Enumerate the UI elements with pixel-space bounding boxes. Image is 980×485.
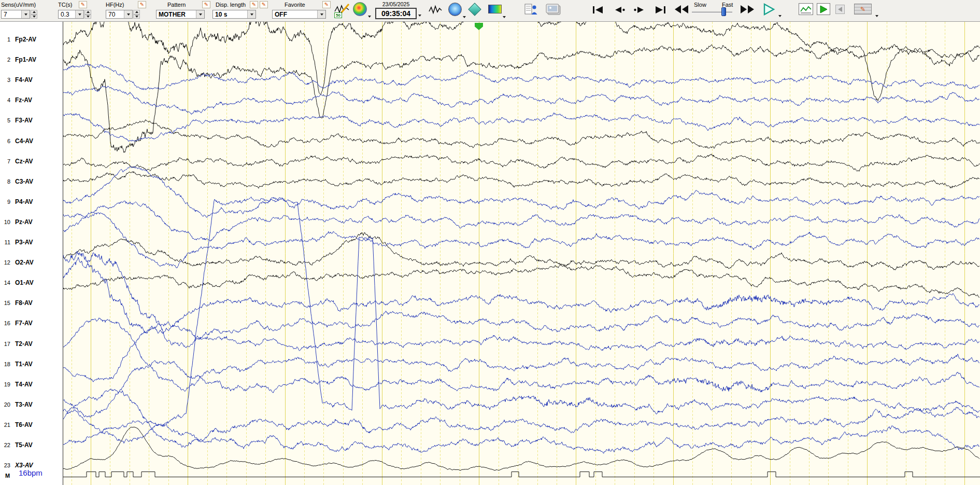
channel-row-T5-AV[interactable]: 22T5-AV: [0, 440, 33, 449]
channel-row-F4-AV[interactable]: 3F4-AV: [0, 75, 33, 84]
disp-edit-pencil-icon[interactable]: ✎: [250, 1, 258, 8]
step-back-button[interactable]: [613, 5, 626, 17]
tc-spin-up-icon[interactable]: [84, 10, 91, 15]
brain-map-button[interactable]: [448, 3, 462, 16]
channel-row-C3-AV[interactable]: 8C3-AV: [0, 177, 33, 185]
channel-row-F3-AV[interactable]: 5F3-AV: [0, 116, 33, 124]
datetime-dropdown-arrow[interactable]: [418, 15, 421, 17]
channel-label: T1-AV: [15, 361, 33, 368]
pattern-edit-pencil-icon[interactable]: ✎: [202, 1, 210, 8]
channel-row-T3-AV[interactable]: 20T3-AV: [0, 400, 33, 408]
channel-row-T6-AV[interactable]: 21T6-AV: [0, 420, 33, 428]
favorite-dropdown[interactable]: OFF: [272, 10, 326, 19]
colormap-trend-button[interactable]: [488, 5, 502, 13]
pattern-dropdown[interactable]: MOTHER: [156, 10, 205, 19]
play-button[interactable]: [762, 3, 776, 18]
tc-label: TC(s): [58, 2, 73, 8]
step-forward-button[interactable]: [633, 5, 646, 17]
channel-number: 20: [0, 400, 10, 409]
fast-forward-button[interactable]: [740, 4, 755, 17]
notch-50hz-badge[interactable]: 50: [334, 12, 342, 18]
favorite-edit-pencil-icon[interactable]: ✎: [322, 1, 331, 8]
sens-dropdown-arrow[interactable]: [21, 10, 30, 18]
hf-dropdown[interactable]: 70: [106, 10, 133, 19]
channel-row-Pz-AV[interactable]: 10Pz-AV: [0, 217, 33, 226]
channel-row-Fp1-AV[interactable]: 2Fp1-AV: [0, 55, 36, 63]
channel-label: Fp2-AV: [15, 36, 36, 43]
favorite-dropdown-arrow[interactable]: [317, 10, 325, 18]
disp-length-dropdown[interactable]: 10 s: [212, 10, 256, 19]
tc-dropdown[interactable]: 0.3: [58, 10, 84, 19]
rewind-button[interactable]: [674, 4, 689, 17]
channel-row-Fz-AV[interactable]: 4Fz-AV: [0, 95, 32, 104]
hf-spinner[interactable]: [133, 10, 140, 19]
disp-length-dropdown-arrow[interactable]: [247, 10, 255, 18]
tc-spin-down-icon[interactable]: [84, 15, 91, 19]
colormap-dropdown-arrow[interactable]: [503, 16, 506, 18]
snapshot-review-button[interactable]: [545, 3, 562, 17]
disp-edit-pencil2-icon[interactable]: ✎: [260, 1, 268, 8]
waveform-analysis-button[interactable]: [428, 3, 443, 17]
dsa-diamond-button[interactable]: [468, 3, 481, 16]
channel-number: 19: [0, 380, 10, 389]
tc-dropdown-arrow[interactable]: [75, 10, 83, 18]
channel-number: 23: [0, 461, 10, 469]
topography-map-button[interactable]: [353, 2, 367, 16]
hf-value: 70: [106, 11, 124, 18]
sens-dropdown[interactable]: 7: [1, 10, 30, 19]
marker-row-label: M: [5, 473, 10, 479]
topography-dropdown-arrow[interactable]: [368, 16, 371, 18]
channel-row-Cz-AV[interactable]: 7Cz-AV: [0, 157, 33, 165]
speed-slider-track[interactable]: [692, 11, 732, 13]
channel-row-O2-AV[interactable]: 12O2-AV: [0, 258, 34, 266]
hf-dropdown-arrow[interactable]: [124, 10, 132, 18]
tc-edit-pencil-icon[interactable]: ✎: [79, 1, 87, 8]
channel-row-C4-AV[interactable]: 6C4-AV: [0, 136, 33, 145]
green-play-icon: [819, 5, 828, 13]
patient-info-button[interactable]: [524, 2, 538, 17]
channel-row-T4-AV[interactable]: 19T4-AV: [0, 380, 33, 388]
toolbar: Sens(uV/mm) 7 TC(s) ✎ 0.3 HF(Hz) ✎ 70 Pa…: [0, 0, 980, 22]
channel-number: 6: [0, 137, 10, 145]
prev-event-button[interactable]: [835, 5, 845, 14]
sens-spinner[interactable]: [31, 10, 37, 19]
keyboard-edit-button[interactable]: ✎: [854, 4, 872, 15]
hf-edit-pencil-icon[interactable]: ✎: [138, 1, 146, 8]
skip-to-end-button[interactable]: [654, 5, 666, 17]
sens-spin-up-icon[interactable]: [31, 10, 37, 15]
play-segment-button[interactable]: [817, 3, 830, 15]
tc-spinner[interactable]: [84, 10, 91, 19]
eeg-trace-canvas[interactable]: [63, 22, 980, 485]
hf-spin-down-icon[interactable]: [133, 15, 140, 19]
channel-number: 14: [0, 279, 10, 287]
channel-number: 1: [0, 35, 10, 44]
brain-map-dropdown-arrow[interactable]: [463, 16, 466, 18]
channel-row-F8-AV[interactable]: 15F8-AV: [0, 298, 33, 307]
play-dropdown-arrow[interactable]: [778, 15, 782, 17]
channel-row-F7-AV[interactable]: 16F7-AV: [0, 318, 33, 327]
speed-slider-handle[interactable]: [721, 7, 726, 16]
channel-label: Fz-AV: [15, 96, 32, 104]
skip-start-icon: [592, 5, 604, 15]
sens-label: Sens(uV/mm): [1, 2, 36, 8]
channel-row-P3-AV[interactable]: 11P3-AV: [0, 238, 33, 246]
slow-label: Slow: [694, 2, 706, 8]
channel-row-P4-AV[interactable]: 9P4-AV: [0, 197, 33, 205]
channel-row-X3-AV[interactable]: 23X3-AV: [0, 461, 33, 469]
sens-spin-down-icon[interactable]: [31, 15, 37, 19]
skip-to-start-button[interactable]: [592, 5, 604, 17]
channel-number: 18: [0, 360, 10, 368]
channel-label: C4-AV: [15, 137, 33, 145]
channel-row-T2-AV[interactable]: 17T2-AV: [0, 339, 33, 348]
channel-row-O1-AV[interactable]: 14O1-AV: [0, 278, 34, 286]
rewind-icon: [674, 4, 689, 15]
trend-chart-button[interactable]: [799, 3, 813, 15]
channel-row-Fp2-AV[interactable]: 1Fp2-AV: [0, 35, 36, 43]
pattern-dropdown-arrow[interactable]: [196, 10, 204, 18]
time-display: 09:35:04: [375, 8, 417, 19]
channel-row-T1-AV[interactable]: 18T1-AV: [0, 359, 33, 368]
favorite-label: Favorite: [285, 2, 305, 8]
hf-spin-up-icon[interactable]: [133, 10, 140, 15]
utility-dropdown-arrow[interactable]: [875, 15, 878, 17]
hf-label: HF(Hz): [106, 2, 124, 8]
